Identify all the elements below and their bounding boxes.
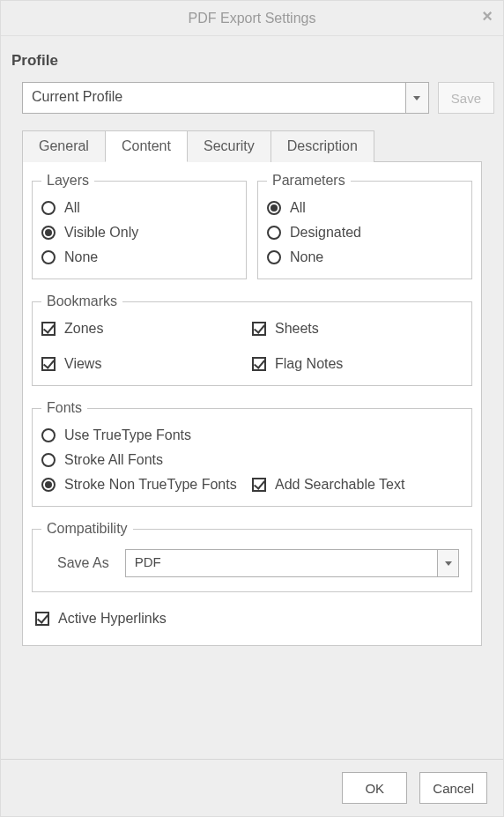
radio-fonts-strokeall-row[interactable]: Stroke All Fonts: [41, 448, 463, 472]
radio-fonts-strokeall[interactable]: [41, 453, 56, 467]
radio-params-designated-label: Designated: [290, 225, 361, 241]
cb-sheets-label: Sheets: [275, 321, 319, 337]
profile-combo[interactable]: Current Profile: [22, 82, 429, 114]
group-parameters: Parameters All Designated None: [257, 173, 472, 279]
group-compatibility: Compatibility Save As PDF: [32, 521, 472, 592]
saveas-row: Save As PDF: [41, 544, 463, 583]
tab-general[interactable]: General: [22, 130, 106, 162]
radio-fonts-strokenontt-label: Stroke Non TrueType Fonts: [64, 477, 237, 493]
radio-fonts-strokenontt-row[interactable]: Stroke Non TrueType Fonts: [41, 472, 252, 497]
cb-views-label: Views: [64, 356, 101, 372]
titlebar: PDF Export Settings ×: [1, 1, 503, 36]
radio-layers-none[interactable]: [41, 250, 56, 264]
radio-params-none-row[interactable]: None: [267, 245, 463, 270]
dialog-body: Profile Current Profile Save General Con…: [1, 36, 503, 759]
cb-activehyperlinks-label: Active Hyperlinks: [58, 611, 167, 627]
legend-parameters: Parameters: [267, 173, 351, 189]
saveas-combo[interactable]: PDF: [125, 549, 459, 577]
chevron-down-icon: [445, 561, 452, 566]
cb-views[interactable]: [41, 357, 56, 371]
ok-button[interactable]: OK: [342, 772, 407, 804]
radio-layers-all[interactable]: [41, 201, 56, 215]
radio-fonts-truetype[interactable]: [41, 428, 56, 442]
close-icon[interactable]: ×: [482, 6, 493, 26]
radio-layers-none-label: None: [64, 249, 98, 265]
cb-flagnotes-row[interactable]: Flag Notes: [252, 352, 463, 376]
tab-description[interactable]: Description: [271, 130, 374, 162]
cb-flagnotes-label: Flag Notes: [275, 356, 343, 372]
radio-layers-visible[interactable]: [41, 226, 56, 240]
radio-params-none-label: None: [290, 249, 323, 265]
cb-flagnotes[interactable]: [252, 357, 266, 371]
radio-params-designated[interactable]: [267, 226, 281, 240]
radio-layers-visible-row[interactable]: Visible Only: [41, 220, 237, 245]
radio-params-none[interactable]: [267, 250, 281, 264]
dialog-footer: OK Cancel: [1, 759, 503, 816]
cb-zones-row[interactable]: Zones: [41, 316, 252, 341]
cancel-button[interactable]: Cancel: [419, 772, 487, 804]
radio-fonts-truetype-row[interactable]: Use TrueType Fonts: [41, 423, 463, 448]
cb-zones[interactable]: [41, 322, 56, 336]
cb-addsearchable[interactable]: [252, 478, 266, 492]
saveas-combo-value: PDF: [126, 550, 437, 576]
radio-layers-visible-label: Visible Only: [64, 225, 138, 241]
save-profile-button[interactable]: Save: [438, 82, 494, 114]
profile-row: Current Profile Save: [22, 82, 494, 114]
tab-content[interactable]: Content: [105, 130, 188, 162]
saveas combo-dropdown-button[interactable]: [437, 550, 458, 576]
cb-sheets-row[interactable]: Sheets: [252, 316, 463, 341]
profile-combo-dropdown-button[interactable]: [405, 83, 428, 113]
radio-layers-none-row[interactable]: None: [41, 245, 237, 270]
cb-activehyperlinks-row[interactable]: Active Hyperlinks: [35, 606, 472, 631]
legend-fonts: Fonts: [41, 400, 87, 416]
radio-fonts-truetype-label: Use TrueType Fonts: [64, 427, 191, 443]
radio-fonts-strokenontt[interactable]: [41, 478, 56, 492]
group-bookmarks: Bookmarks Zones Sheets Views: [32, 293, 472, 386]
saveas-label: Save As: [57, 555, 109, 571]
profile-label: Profile: [11, 52, 494, 70]
radio-params-all[interactable]: [267, 201, 281, 215]
cb-sheets[interactable]: [252, 322, 266, 336]
radio-params-all-row[interactable]: All: [267, 196, 463, 220]
cb-addsearchable-label: Add Searchable Text: [275, 477, 404, 493]
chevron-down-icon: [413, 96, 420, 100]
tab-security[interactable]: Security: [187, 130, 271, 162]
legend-layers: Layers: [41, 173, 94, 189]
group-fonts: Fonts Use TrueType Fonts Stroke All Font…: [32, 400, 472, 507]
cb-zones-label: Zones: [64, 321, 103, 337]
pdf-export-settings-dialog: PDF Export Settings × Profile Current Pr…: [0, 0, 504, 817]
cb-views-row[interactable]: Views: [41, 352, 252, 376]
cb-activehyperlinks[interactable]: [35, 612, 49, 626]
radio-params-designated-row[interactable]: Designated: [267, 220, 463, 245]
group-layers: Layers All Visible Only None: [32, 173, 247, 279]
legend-compatibility: Compatibility: [41, 521, 133, 537]
radio-layers-all-label: All: [64, 200, 80, 216]
window-title: PDF Export Settings: [189, 11, 316, 26]
cb-addsearchable-row[interactable]: Add Searchable Text: [252, 472, 463, 497]
profile-combo-value: Current Profile: [23, 83, 405, 113]
tabs: General Content Security Description: [22, 130, 494, 161]
legend-bookmarks: Bookmarks: [41, 293, 122, 309]
radio-params-all-label: All: [290, 200, 306, 216]
tab-panel-content: Layers All Visible Only None P: [22, 161, 482, 646]
radio-fonts-strokeall-label: Stroke All Fonts: [64, 452, 163, 468]
radio-layers-all-row[interactable]: All: [41, 196, 237, 220]
